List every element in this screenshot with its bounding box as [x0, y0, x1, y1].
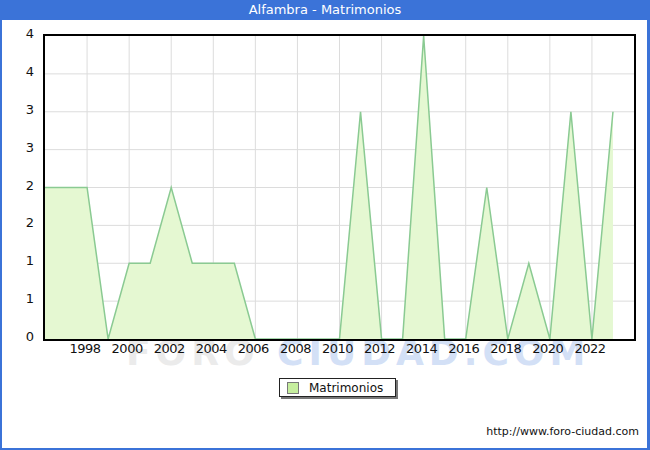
x-tick-label: 2018: [484, 341, 528, 357]
x-tick-label: 2012: [358, 341, 402, 357]
x-tick-label: 2002: [147, 341, 191, 357]
plot-area: [43, 34, 636, 341]
x-tick-label: 2016: [442, 341, 486, 357]
x-tick-label: 2008: [273, 341, 317, 357]
footer-url: http://www.foro-ciudad.com: [486, 425, 639, 438]
x-tick-label: 2020: [526, 341, 570, 357]
y-tick-label: 2: [2, 178, 34, 194]
x-tick-label: 2006: [231, 341, 275, 357]
y-tick-label: 2: [2, 215, 34, 231]
y-tick-label: 1: [2, 253, 34, 269]
chart-image: Alfambra - Matrimonios FORO CIUDAD.COM 4…: [0, 0, 650, 450]
legend: Matrimonios: [279, 378, 396, 397]
x-tick-label: 1998: [63, 341, 107, 357]
x-tick-label: 2010: [316, 341, 360, 357]
chart-title: Alfambra - Matrimonios: [249, 2, 402, 17]
x-tick-label: 2000: [105, 341, 149, 357]
area-chart: [45, 36, 634, 339]
legend-label: Matrimonios: [309, 381, 383, 395]
y-tick-label: 4: [2, 64, 34, 80]
x-tick-label: 2004: [189, 341, 233, 357]
y-tick-label: 1: [2, 291, 34, 307]
y-tick-label: 4: [2, 26, 34, 42]
x-tick-label: 2014: [400, 341, 444, 357]
y-tick-label: 3: [2, 140, 34, 156]
x-tick-label: 2022: [568, 341, 612, 357]
title-bar: Alfambra - Matrimonios: [0, 0, 650, 20]
y-tick-label: 0: [2, 329, 34, 345]
y-tick-label: 3: [2, 102, 34, 118]
legend-swatch-icon: [287, 382, 299, 394]
